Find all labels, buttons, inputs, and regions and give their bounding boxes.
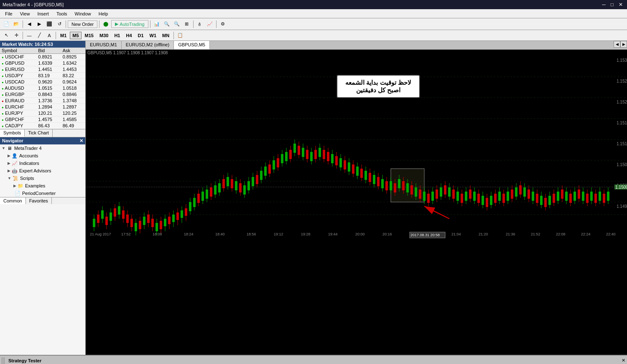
mw-col-bid: Bid bbox=[36, 48, 61, 54]
chart-tab-eurusd-m1[interactable]: EURUSD,M1 bbox=[86, 41, 122, 49]
tb-hline[interactable]: — bbox=[25, 31, 34, 40]
tb-zoom-out[interactable]: 🔍 bbox=[172, 20, 181, 29]
tb-linechart[interactable]: 📈 bbox=[205, 20, 214, 29]
tb-green-circle[interactable]: ⬤ bbox=[101, 20, 110, 29]
nav-tab-favorites[interactable]: Favorites bbox=[26, 197, 52, 204]
nav-tree-item[interactable]: ▶ 📈 Indicators bbox=[0, 159, 85, 167]
svg-rect-53 bbox=[160, 221, 162, 229]
svg-rect-59 bbox=[172, 215, 175, 222]
timeframe-m5[interactable]: M5 bbox=[70, 32, 81, 39]
tb-text[interactable]: A bbox=[45, 31, 54, 40]
nav-tree-item[interactable]: ▼ 📜 Scripts bbox=[0, 174, 85, 182]
svg-text:19:28: 19:28 bbox=[301, 232, 311, 236]
svg-text:1.1515: 1.1515 bbox=[617, 121, 627, 125]
market-watch-row[interactable]: ● EURGBP 0.8843 0.8846 bbox=[0, 91, 85, 98]
tb-candlestick[interactable]: 🕯 bbox=[195, 20, 204, 29]
svg-text:19:44: 19:44 bbox=[328, 232, 338, 236]
nav-tree-item[interactable]: ▶ 📁 Examples bbox=[0, 182, 85, 190]
tb-refresh[interactable]: ↺ bbox=[55, 20, 64, 29]
chart-scroll-right[interactable]: ▶ bbox=[620, 41, 627, 48]
market-watch-row[interactable]: ● AUDUSD 1.0515 1.0518 bbox=[0, 85, 85, 91]
chart-tab-gbpusd-m5[interactable]: GBPUSD,M5 bbox=[174, 41, 210, 49]
market-watch-row[interactable]: ● EURAUD 1.3736 1.3748 bbox=[0, 98, 85, 104]
market-watch-row[interactable]: ● EURUSD 1.4451 1.4453 bbox=[0, 66, 85, 73]
mw-tab-symbols[interactable]: Symbols bbox=[0, 129, 25, 137]
svg-rect-151 bbox=[364, 171, 367, 180]
menu-help[interactable]: Help bbox=[95, 10, 112, 17]
maximize-btn[interactable]: □ bbox=[609, 2, 615, 8]
tb-fullscreen[interactable]: ⊞ bbox=[182, 20, 191, 29]
market-watch-row[interactable]: ● EURCHF 1.2894 1.2897 bbox=[0, 104, 85, 110]
menu-window[interactable]: Window bbox=[71, 10, 94, 17]
timeframe-mn[interactable]: MN bbox=[160, 32, 172, 39]
svg-rect-41 bbox=[135, 223, 137, 231]
symbol-dot: ● bbox=[2, 93, 4, 97]
tb-fwd[interactable]: ▶ bbox=[35, 20, 44, 29]
toolbar1: 📄 📂 ◀ ▶ ⬛ ↺ New Order ⬤ ▶ AutoTrading 📊 … bbox=[0, 18, 627, 30]
timeframe-m1[interactable]: M1 bbox=[58, 32, 69, 39]
tb-open[interactable]: 📂 bbox=[12, 20, 21, 29]
mw-ask: 0.8925 bbox=[61, 54, 85, 60]
timeframe-h1[interactable]: H1 bbox=[112, 32, 122, 39]
tb-crosshair[interactable]: ✛ bbox=[12, 31, 21, 40]
nav-tree-item[interactable]: ▶ 🤖 Expert Advisors bbox=[0, 167, 85, 174]
timeframe-d1[interactable]: D1 bbox=[135, 32, 146, 39]
market-watch-row[interactable]: ● GBPCHF 1.4575 1.4585 bbox=[0, 116, 85, 123]
nav-tree-item[interactable]: ▼ 🖥 MetaTrader 4 bbox=[0, 144, 85, 152]
chart-svg[interactable]: 1.1530 1.1525 1.1520 1.1515 1.1510 1.150… bbox=[86, 56, 627, 346]
svg-text:22:08: 22:08 bbox=[556, 232, 566, 236]
svg-rect-147 bbox=[356, 167, 359, 176]
mw-symbol: ● EURAUD bbox=[0, 98, 36, 104]
timeframe-m30[interactable]: M30 bbox=[97, 32, 111, 39]
tb-trendline[interactable]: ╱ bbox=[35, 31, 44, 40]
tb-zoom-in[interactable]: 🔍 bbox=[162, 20, 171, 29]
market-watch-row[interactable]: ● EURJPY 120.21 120.25 bbox=[0, 110, 85, 116]
chart-tab-eurusd-m2[interactable]: EURUSD,M2 (offline) bbox=[122, 41, 174, 49]
mw-ask: 120.25 bbox=[61, 110, 85, 116]
tb-stop[interactable]: ⬛ bbox=[45, 20, 54, 29]
tb-back[interactable]: ◀ bbox=[25, 20, 34, 29]
nav-tree-item[interactable]: ▶ 👤 Accounts bbox=[0, 152, 85, 159]
mw-symbol: ● AUDUSD bbox=[0, 85, 36, 91]
tester-drag-handle[interactable] bbox=[2, 357, 5, 364]
nav-tab-common[interactable]: Common bbox=[0, 197, 26, 204]
mw-tabs: Symbols Tick Chart bbox=[0, 129, 85, 137]
tb-templates[interactable]: 📋 bbox=[176, 31, 185, 40]
menu-tools[interactable]: Tools bbox=[53, 10, 71, 17]
new-order-button[interactable]: New Order bbox=[68, 20, 97, 28]
svg-rect-43 bbox=[139, 221, 141, 229]
mw-symbol: ● USDCHF bbox=[0, 54, 36, 60]
minimize-btn[interactable]: ─ bbox=[600, 2, 607, 8]
expand-icon: ▶ bbox=[8, 169, 10, 173]
svg-rect-232 bbox=[532, 192, 534, 201]
svg-rect-194 bbox=[452, 190, 455, 199]
tb-new-file[interactable]: 📄 bbox=[2, 20, 11, 29]
timeframe-m15[interactable]: M15 bbox=[82, 32, 96, 39]
svg-rect-71 bbox=[197, 194, 200, 203]
mw-symbol: ● GBPCHF bbox=[0, 116, 36, 123]
tb-cursor[interactable]: ↖ bbox=[2, 31, 11, 40]
market-watch-row[interactable]: ● USDJPY 83.19 83.22 bbox=[0, 73, 85, 79]
chart-scroll-left[interactable]: ◀ bbox=[614, 41, 620, 48]
mw-tab-tick[interactable]: Tick Chart bbox=[25, 129, 53, 137]
market-watch-row[interactable]: ● CADJPY 86.43 86.49 bbox=[0, 123, 85, 129]
autotrading-button[interactable]: ▶ AutoTrading bbox=[111, 20, 148, 28]
close-btn[interactable]: ✕ bbox=[617, 2, 624, 8]
svg-text:21 Aug 2017: 21 Aug 2017 bbox=[90, 232, 111, 236]
nav-tree-item[interactable]: 📄 PeriodConverter bbox=[0, 190, 85, 197]
symbol-dot: ● bbox=[2, 56, 4, 59]
market-watch-row[interactable]: ● USDCHF 0.8921 0.8925 bbox=[0, 54, 85, 60]
menu-view[interactable]: View bbox=[17, 10, 33, 17]
market-watch-row[interactable]: ● USDCAD 0.9620 0.9624 bbox=[0, 79, 85, 85]
tb-chart-bar[interactable]: 📊 bbox=[152, 20, 161, 29]
menu-file[interactable]: File bbox=[2, 10, 16, 17]
timeframe-h4[interactable]: H4 bbox=[123, 32, 134, 39]
mw-bid: 120.21 bbox=[36, 110, 61, 116]
svg-rect-47 bbox=[147, 215, 150, 223]
tb-settings[interactable]: ⚙ bbox=[218, 20, 227, 29]
menu-insert[interactable]: Insert bbox=[34, 10, 52, 17]
timeframe-w1[interactable]: W1 bbox=[147, 32, 159, 39]
nav-close[interactable]: ✕ bbox=[79, 138, 83, 144]
market-watch-row[interactable]: ● GBPUSD 1.6339 1.6342 bbox=[0, 60, 85, 66]
close-tester-btn[interactable]: ✕ bbox=[622, 358, 625, 363]
